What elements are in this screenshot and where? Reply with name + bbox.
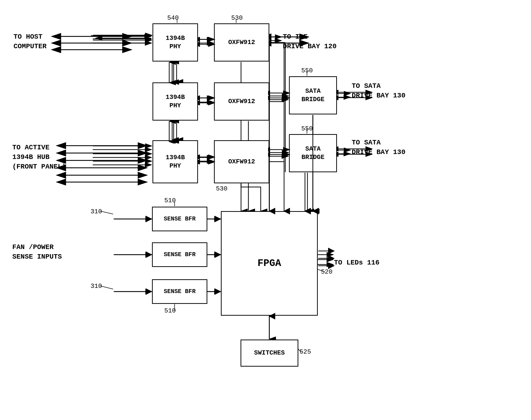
- ref-510a: 510: [164, 197, 176, 204]
- ref-310b: 310: [91, 282, 102, 290]
- diagram-container: 1394BPHY OXFW912 1394BPHY OXFW912 SATABR…: [0, 0, 531, 420]
- phy2-phy3-arrows: [164, 120, 179, 143]
- oxfw1-box: OXFW912: [214, 23, 269, 62]
- ref-310a: 310: [91, 208, 102, 215]
- sata2-box: SATABRIDGE: [289, 134, 337, 172]
- svg-line-140: [100, 286, 113, 289]
- sata2-out-arrows: [336, 144, 386, 164]
- phy1-phy2-arrows: [164, 61, 179, 86]
- phy3-oxfw3-arrows: [198, 152, 216, 172]
- phy2-box: 1394BPHY: [152, 82, 198, 121]
- ref-530b: 530: [216, 185, 228, 192]
- ref-510b: 510: [164, 307, 176, 314]
- ref-525: 525: [300, 348, 311, 356]
- fpga-box: FPGA: [221, 211, 318, 316]
- sense1-box: SENSE BFR: [152, 207, 207, 231]
- ref-550b: 550: [301, 125, 313, 132]
- ref-550a: 550: [301, 67, 313, 74]
- sense2-box: SENSE BFR: [152, 242, 207, 267]
- label-fan-power: FAN /POWERSENSE INPUTS: [12, 242, 62, 262]
- active-hub-arrows: [12, 141, 156, 186]
- phy1-oxfw1-arrows: [198, 34, 216, 54]
- host-arrows: [11, 32, 156, 64]
- ref-530a: 530: [231, 14, 243, 22]
- ref-520: 520: [321, 268, 333, 276]
- switches-box: SWITCHES: [241, 340, 298, 367]
- svg-line-139: [100, 211, 113, 214]
- oxfw2-box: OXFW912: [214, 82, 269, 121]
- sata1-box: SATABRIDGE: [289, 76, 337, 114]
- ref-540: 540: [167, 14, 179, 22]
- oxfw2-sata1-arrows: [268, 88, 291, 108]
- label-to-leds: TO LEDs 116: [334, 258, 379, 267]
- sata1-out-arrows: [336, 87, 386, 107]
- phy1-box: 1394BPHY: [152, 23, 198, 62]
- oxfw3-box: OXFW912: [214, 140, 269, 183]
- phy2-oxfw2-arrows: [198, 93, 216, 113]
- oxfw3-sata2-arrows: [268, 145, 291, 164]
- ide-arrows: [269, 32, 368, 52]
- phy3-box: 1394BPHY: [152, 140, 198, 183]
- sense3-box: SENSE BFR: [152, 279, 207, 304]
